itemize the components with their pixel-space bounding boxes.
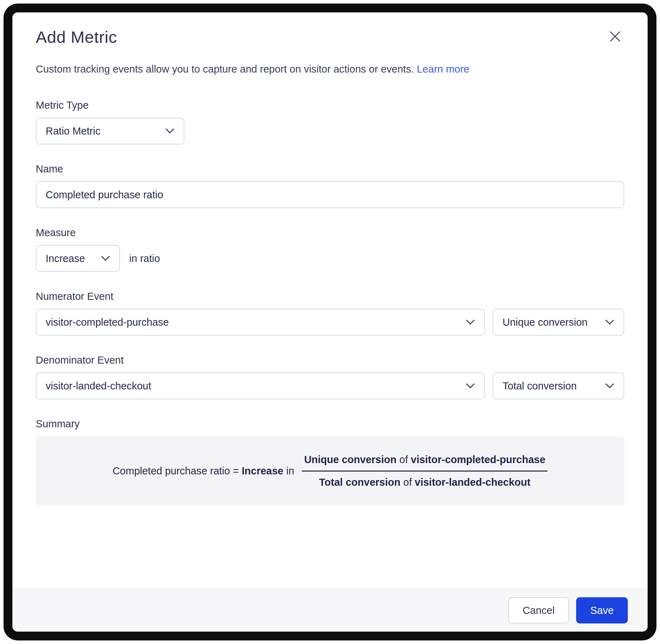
name-label: Name (36, 163, 624, 175)
chevron-down-icon (466, 319, 475, 325)
summary-in: in (286, 465, 294, 477)
fraction-denominator: Total conversion of visitor-landed-check… (317, 472, 533, 488)
modal-footer: Cancel Save (12, 588, 648, 632)
denominator-event-value: visitor-landed-checkout (46, 380, 151, 392)
numerator-event-field: Numerator Event visitor-completed-purcha… (36, 290, 624, 336)
measure-value: Increase (46, 253, 85, 264)
add-metric-modal: Add Metric Custom tracking events allow … (4, 4, 656, 640)
metric-type-value: Ratio Metric (46, 125, 101, 137)
equals-sign: = (233, 465, 239, 477)
save-button[interactable]: Save (576, 597, 628, 623)
cancel-button[interactable]: Cancel (508, 597, 569, 623)
denominator-event-label: Denominator Event (36, 354, 624, 366)
summary-box: Completed purchase ratio = Increase in U… (36, 436, 624, 506)
denominator-event-select[interactable]: visitor-landed-checkout (36, 372, 485, 399)
metric-type-label: Metric Type (36, 99, 624, 111)
learn-more-link[interactable]: Learn more (417, 63, 469, 75)
metric-type-select[interactable]: Ratio Metric (36, 118, 184, 144)
page-title: Add Metric (36, 27, 117, 47)
summary-fraction: Unique conversion of visitor-completed-p… (302, 454, 547, 488)
measure-label: Measure (36, 227, 624, 239)
name-input[interactable] (36, 181, 624, 208)
summary-measure: Increase (242, 465, 283, 477)
chevron-down-icon (466, 383, 475, 389)
modal-body: Add Metric Custom tracking events allow … (12, 12, 648, 506)
numerator-conversion-select[interactable]: Unique conversion (493, 309, 624, 336)
summary-formula: Completed purchase ratio = Increase in U… (113, 454, 547, 488)
denominator-conversion-select[interactable]: Total conversion (493, 372, 624, 399)
close-icon (608, 30, 622, 43)
numerator-event-select[interactable]: visitor-completed-purchase (36, 309, 485, 336)
measure-field: Measure Increase in ratio (36, 227, 624, 272)
metric-type-field: Metric Type Ratio Metric (36, 99, 624, 144)
modal-header: Add Metric (36, 27, 624, 47)
fraction-numerator: Unique conversion of visitor-completed-p… (302, 454, 547, 471)
numerator-event-value: visitor-completed-purchase (46, 317, 169, 328)
modal-description: Custom tracking events allow you to capt… (36, 62, 624, 76)
denominator-conversion-value: Total conversion (503, 380, 577, 392)
summary-field: Summary Completed purchase ratio = Incre… (36, 418, 624, 506)
measure-suffix: in ratio (129, 253, 160, 264)
chevron-down-icon (605, 383, 614, 389)
close-button[interactable] (607, 29, 623, 44)
description-text: Custom tracking events allow you to capt… (36, 63, 414, 75)
chevron-down-icon (605, 319, 614, 325)
name-field: Name (36, 163, 624, 208)
numerator-conversion-value: Unique conversion (503, 317, 587, 328)
denominator-event-field: Denominator Event visitor-landed-checkou… (36, 354, 624, 399)
summary-lhs: Completed purchase ratio = Increase in (113, 465, 294, 477)
summary-label: Summary (36, 418, 624, 430)
chevron-down-icon (101, 256, 110, 261)
measure-select[interactable]: Increase (36, 245, 120, 272)
numerator-event-label: Numerator Event (36, 290, 624, 302)
chevron-down-icon (165, 128, 174, 134)
